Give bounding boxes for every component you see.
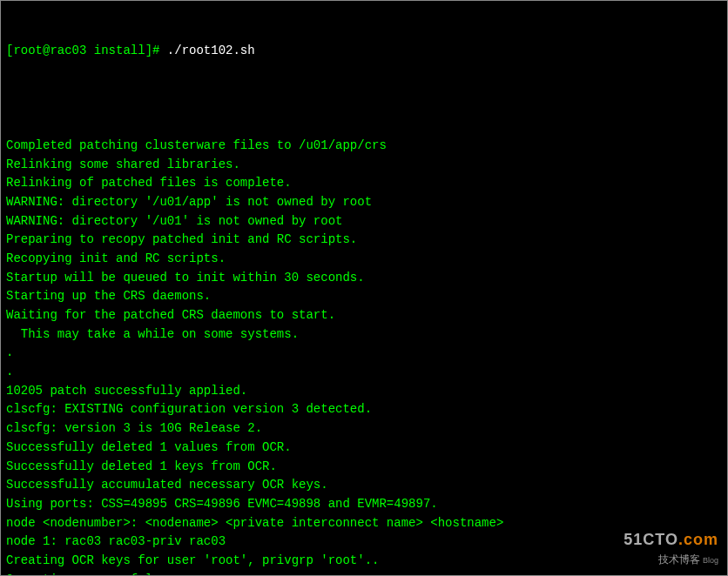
output-line: Completed patching clusterware files to … <box>6 137 722 156</box>
output-line: Relinking some shared libraries. <box>6 156 722 175</box>
output-line: Successfully deleted 1 values from OCR. <box>6 439 722 458</box>
output-line: node 1: rac03 rac03-priv rac03 <box>6 532 722 552</box>
output-line: Waiting for the patched CRS daemons to s… <box>6 306 722 325</box>
output-line: Successfully deleted 1 keys from OCR. <box>6 458 722 477</box>
watermark-brand-b: .com <box>678 531 718 548</box>
watermark-brand: 51CTO.com <box>624 528 718 553</box>
output-line: . <box>6 363 722 382</box>
output-line: clscfg: version 3 is 10G Release 2. <box>6 419 722 439</box>
output-line: WARNING: directory '/u01' is not owned b… <box>6 212 722 231</box>
watermark: 51CTO.com 技术博客 Blog <box>624 528 718 568</box>
output-line <box>6 117 722 137</box>
output-lines: Completed patching clusterware files to … <box>6 98 722 576</box>
output-line: Starting up the CRS daemons. <box>6 287 722 306</box>
output-line: node <nodenumber>: <nodename> <private i… <box>6 514 722 533</box>
output-line: Operation successful. <box>6 571 722 576</box>
output-line: WARNING: directory '/u01/app' is not own… <box>6 193 722 212</box>
output-line: Creating OCR keys for user 'root', privg… <box>6 552 722 571</box>
output-line: 10205 patch successfully applied. <box>6 382 722 401</box>
output-line: Recopying init and RC scripts. <box>6 250 722 269</box>
output-line: Successfully accumulated necessary OCR k… <box>6 476 722 495</box>
output-line: This may take a while on some systems. <box>6 325 722 345</box>
shell-command: ./root102.sh <box>167 42 255 61</box>
output-line: clscfg: EXISTING configuration version 3… <box>6 400 722 419</box>
output-line: Preparing to recopy patched init and RC … <box>6 231 722 250</box>
output-line <box>6 98 722 117</box>
output-line: Relinking of patched files is complete. <box>6 174 722 193</box>
watermark-brand-a: 51CTO <box>624 531 678 548</box>
terminal-output[interactable]: [root@rac03 install]# ./root102.sh Compl… <box>6 4 722 576</box>
output-line: Startup will be queued to init within 30… <box>6 269 722 288</box>
output-line: . <box>6 344 722 363</box>
command-prompt-line: [root@rac03 install]# ./root102.sh <box>6 42 722 61</box>
shell-prompt: [root@rac03 install]# <box>6 42 167 61</box>
output-line: Using ports: CSS=49895 CRS=49896 EVMC=49… <box>6 495 722 514</box>
watermark-tagline: 技术博客 Blog <box>624 552 718 568</box>
